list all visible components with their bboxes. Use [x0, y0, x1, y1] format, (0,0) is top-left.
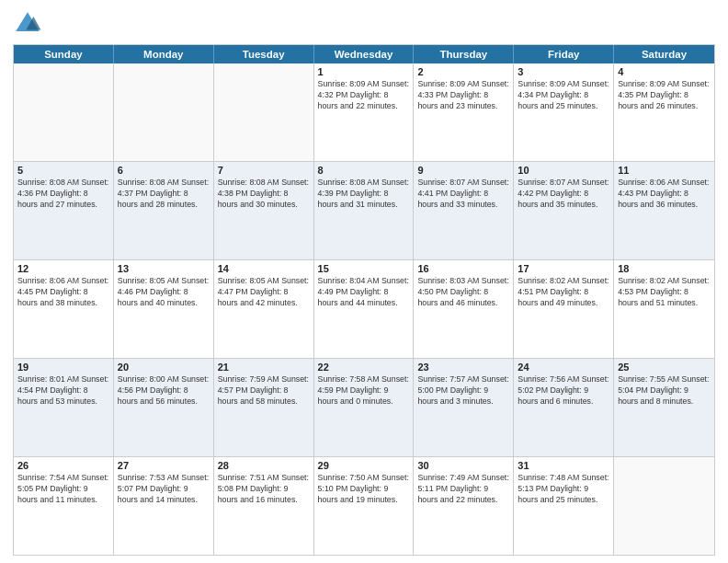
calendar-week: 26Sunrise: 7:54 AM Sunset: 5:05 PM Dayli…: [14, 456, 714, 555]
day-detail: Sunrise: 8:02 AM Sunset: 4:53 PM Dayligh…: [618, 276, 711, 309]
day-detail: Sunrise: 8:03 AM Sunset: 4:50 PM Dayligh…: [417, 276, 509, 309]
day-number: 24: [518, 362, 609, 373]
calendar-day-header: Friday: [514, 45, 614, 63]
calendar-cell: 9Sunrise: 8:07 AM Sunset: 4:41 PM Daylig…: [414, 162, 514, 259]
day-detail: Sunrise: 8:09 AM Sunset: 4:32 PM Dayligh…: [318, 79, 410, 112]
calendar-body: 1Sunrise: 8:09 AM Sunset: 4:32 PM Daylig…: [14, 63, 714, 555]
day-number: 1: [318, 66, 410, 77]
day-number: 9: [417, 165, 509, 176]
calendar-week: 12Sunrise: 8:06 AM Sunset: 4:45 PM Dayli…: [14, 259, 714, 358]
calendar-header: SundayMondayTuesdayWednesdayThursdayFrid…: [14, 45, 714, 63]
day-detail: Sunrise: 8:05 AM Sunset: 4:47 PM Dayligh…: [218, 276, 310, 309]
day-number: 18: [618, 263, 711, 274]
calendar-cell: 6Sunrise: 8:08 AM Sunset: 4:37 PM Daylig…: [114, 162, 214, 259]
calendar-cell: 13Sunrise: 8:05 AM Sunset: 4:46 PM Dayli…: [114, 260, 214, 358]
calendar-cell: 16Sunrise: 8:03 AM Sunset: 4:50 PM Dayli…: [414, 260, 514, 358]
calendar-cell: 19Sunrise: 8:01 AM Sunset: 4:54 PM Dayli…: [14, 359, 114, 456]
day-detail: Sunrise: 8:08 AM Sunset: 4:39 PM Dayligh…: [318, 178, 410, 211]
day-number: 29: [318, 460, 410, 471]
day-detail: Sunrise: 8:09 AM Sunset: 4:34 PM Dayligh…: [518, 79, 609, 112]
calendar-cell: 1Sunrise: 8:09 AM Sunset: 4:32 PM Daylig…: [314, 63, 415, 161]
header: [13, 9, 715, 39]
day-number: 6: [118, 165, 210, 176]
calendar-cell: 21Sunrise: 7:59 AM Sunset: 4:57 PM Dayli…: [214, 359, 314, 456]
calendar-day-header: Saturday: [614, 45, 714, 63]
day-number: 27: [118, 460, 210, 471]
calendar-cell: 18Sunrise: 8:02 AM Sunset: 4:53 PM Dayli…: [614, 260, 714, 358]
day-number: 8: [318, 165, 410, 176]
day-number: 15: [318, 263, 410, 274]
calendar-day-header: Thursday: [414, 45, 514, 63]
day-number: 3: [518, 66, 609, 77]
calendar-cell: [14, 63, 114, 161]
day-number: 7: [218, 165, 310, 176]
day-detail: Sunrise: 7:49 AM Sunset: 5:11 PM Dayligh…: [417, 473, 509, 506]
day-number: 14: [218, 263, 310, 274]
calendar-week: 19Sunrise: 8:01 AM Sunset: 4:54 PM Dayli…: [14, 358, 714, 456]
day-detail: Sunrise: 7:55 AM Sunset: 5:04 PM Dayligh…: [618, 374, 711, 408]
calendar-week: 1Sunrise: 8:09 AM Sunset: 4:32 PM Daylig…: [14, 63, 714, 161]
logo: [13, 9, 46, 39]
calendar-cell: 25Sunrise: 7:55 AM Sunset: 5:04 PM Dayli…: [614, 359, 714, 456]
day-number: 21: [218, 362, 310, 373]
day-number: 30: [417, 460, 509, 471]
day-detail: Sunrise: 8:04 AM Sunset: 4:49 PM Dayligh…: [318, 276, 410, 309]
calendar-day-header: Sunday: [14, 45, 114, 63]
calendar-cell: 3Sunrise: 8:09 AM Sunset: 4:34 PM Daylig…: [514, 63, 614, 161]
day-number: 20: [118, 362, 210, 373]
day-detail: Sunrise: 8:09 AM Sunset: 4:35 PM Dayligh…: [618, 79, 711, 112]
day-number: 5: [17, 165, 109, 176]
calendar-cell: [614, 457, 714, 555]
day-detail: Sunrise: 8:00 AM Sunset: 4:56 PM Dayligh…: [118, 374, 210, 408]
day-number: 25: [618, 362, 711, 373]
day-detail: Sunrise: 8:09 AM Sunset: 4:33 PM Dayligh…: [417, 79, 509, 112]
calendar-cell: 8Sunrise: 8:08 AM Sunset: 4:39 PM Daylig…: [314, 162, 415, 259]
calendar-day-header: Monday: [114, 45, 214, 63]
calendar-cell: 2Sunrise: 8:09 AM Sunset: 4:33 PM Daylig…: [414, 63, 514, 161]
calendar-cell: 27Sunrise: 7:53 AM Sunset: 5:07 PM Dayli…: [114, 457, 214, 555]
calendar-cell: 20Sunrise: 8:00 AM Sunset: 4:56 PM Dayli…: [114, 359, 214, 456]
calendar-cell: 24Sunrise: 7:56 AM Sunset: 5:02 PM Dayli…: [514, 359, 614, 456]
day-detail: Sunrise: 8:07 AM Sunset: 4:42 PM Dayligh…: [518, 178, 609, 211]
day-number: 17: [518, 263, 609, 274]
calendar-cell: 30Sunrise: 7:49 AM Sunset: 5:11 PM Dayli…: [414, 457, 514, 555]
page: SundayMondayTuesdayWednesdayThursdayFrid…: [0, 0, 728, 563]
day-number: 10: [518, 165, 609, 176]
day-number: 4: [618, 66, 711, 77]
day-detail: Sunrise: 8:06 AM Sunset: 4:45 PM Dayligh…: [17, 276, 109, 309]
day-detail: Sunrise: 7:54 AM Sunset: 5:05 PM Dayligh…: [17, 473, 109, 506]
day-detail: Sunrise: 8:05 AM Sunset: 4:46 PM Dayligh…: [118, 276, 210, 309]
calendar-cell: 4Sunrise: 8:09 AM Sunset: 4:35 PM Daylig…: [614, 63, 714, 161]
day-number: 2: [417, 66, 509, 77]
day-number: 26: [17, 460, 109, 471]
calendar-cell: [214, 63, 314, 161]
calendar-cell: 10Sunrise: 8:07 AM Sunset: 4:42 PM Dayli…: [514, 162, 614, 259]
day-detail: Sunrise: 8:08 AM Sunset: 4:37 PM Dayligh…: [118, 178, 210, 211]
day-detail: Sunrise: 7:56 AM Sunset: 5:02 PM Dayligh…: [518, 374, 609, 408]
day-detail: Sunrise: 7:59 AM Sunset: 4:57 PM Dayligh…: [218, 374, 310, 408]
day-detail: Sunrise: 8:08 AM Sunset: 4:36 PM Dayligh…: [17, 178, 109, 211]
calendar: SundayMondayTuesdayWednesdayThursdayFrid…: [13, 44, 715, 556]
calendar-cell: 28Sunrise: 7:51 AM Sunset: 5:08 PM Dayli…: [214, 457, 314, 555]
day-detail: Sunrise: 8:08 AM Sunset: 4:38 PM Dayligh…: [218, 178, 310, 211]
calendar-cell: 26Sunrise: 7:54 AM Sunset: 5:05 PM Dayli…: [14, 457, 114, 555]
calendar-cell: 12Sunrise: 8:06 AM Sunset: 4:45 PM Dayli…: [14, 260, 114, 358]
calendar-cell: 5Sunrise: 8:08 AM Sunset: 4:36 PM Daylig…: [14, 162, 114, 259]
day-number: 28: [218, 460, 310, 471]
calendar-cell: 14Sunrise: 8:05 AM Sunset: 4:47 PM Dayli…: [214, 260, 314, 358]
calendar-cell: 31Sunrise: 7:48 AM Sunset: 5:13 PM Dayli…: [514, 457, 614, 555]
calendar-cell: 22Sunrise: 7:58 AM Sunset: 4:59 PM Dayli…: [314, 359, 415, 456]
day-number: 22: [318, 362, 410, 373]
day-detail: Sunrise: 8:01 AM Sunset: 4:54 PM Dayligh…: [17, 374, 109, 408]
calendar-cell: 17Sunrise: 8:02 AM Sunset: 4:51 PM Dayli…: [514, 260, 614, 358]
calendar-cell: 7Sunrise: 8:08 AM Sunset: 4:38 PM Daylig…: [214, 162, 314, 259]
day-detail: Sunrise: 8:06 AM Sunset: 4:43 PM Dayligh…: [618, 178, 711, 211]
calendar-cell: 29Sunrise: 7:50 AM Sunset: 5:10 PM Dayli…: [314, 457, 415, 555]
day-detail: Sunrise: 8:07 AM Sunset: 4:41 PM Dayligh…: [417, 178, 509, 211]
calendar-cell: 15Sunrise: 8:04 AM Sunset: 4:49 PM Dayli…: [314, 260, 415, 358]
day-detail: Sunrise: 7:57 AM Sunset: 5:00 PM Dayligh…: [417, 374, 509, 408]
day-detail: Sunrise: 7:58 AM Sunset: 4:59 PM Dayligh…: [318, 374, 410, 408]
day-number: 13: [118, 263, 210, 274]
day-number: 16: [417, 263, 509, 274]
day-detail: Sunrise: 7:53 AM Sunset: 5:07 PM Dayligh…: [118, 473, 210, 506]
